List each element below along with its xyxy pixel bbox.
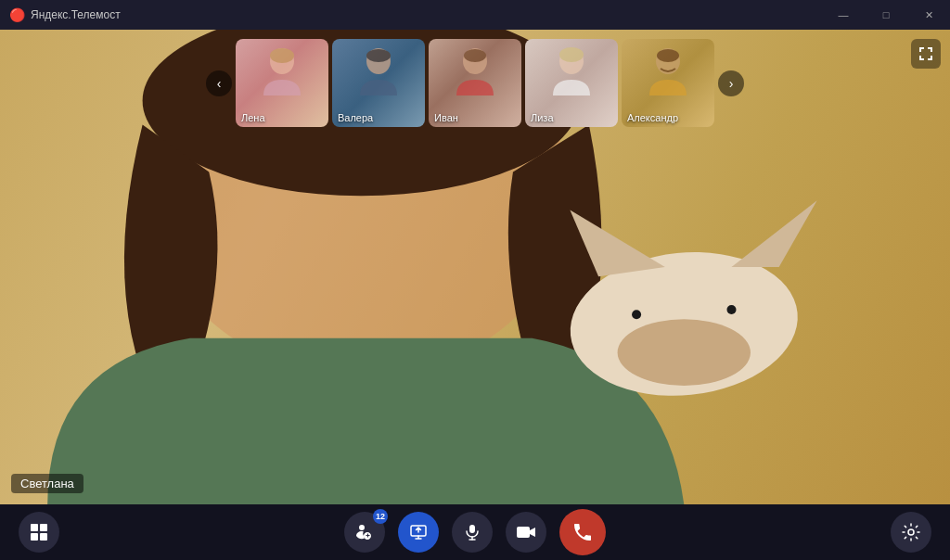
svg-point-3 xyxy=(366,49,391,62)
participant-thumb-1[interactable]: Валера xyxy=(332,39,425,127)
maximize-button[interactable]: □ xyxy=(865,0,907,30)
participant-thumb-0[interactable]: Лена xyxy=(236,39,328,127)
thumbnails-container: ‹ Лена Валера xyxy=(206,39,744,127)
svg-point-9 xyxy=(657,49,679,62)
add-participant-icon xyxy=(355,523,374,541)
svg-point-15 xyxy=(908,529,914,535)
participant-name-1: Валера xyxy=(338,112,373,123)
participant-name-3: Лиза xyxy=(531,112,554,123)
titlebar: 🔴 Яндекс.Телемост — □ ✕ xyxy=(0,0,950,30)
microphone-button[interactable] xyxy=(452,512,493,553)
svg-point-7 xyxy=(559,47,584,62)
svg-point-1 xyxy=(270,48,294,63)
minimize-button[interactable]: — xyxy=(822,0,865,30)
microphone-icon xyxy=(463,523,481,541)
window-controls: — □ ✕ xyxy=(822,0,950,30)
grid-icon xyxy=(31,524,47,541)
controls-bar: 12 xyxy=(0,504,950,560)
thumbnails-prev-button[interactable]: ‹ xyxy=(206,70,232,96)
thumbnails-next-button[interactable]: › xyxy=(718,70,744,96)
close-button[interactable]: ✕ xyxy=(907,0,950,30)
app-icon: 🔴 xyxy=(9,7,25,22)
end-call-button[interactable] xyxy=(559,509,606,555)
participant-name-0: Лена xyxy=(241,112,265,123)
controls-right xyxy=(891,512,931,553)
participants-grid-button[interactable] xyxy=(19,512,59,553)
participant-thumb-2[interactable]: Иван xyxy=(429,39,521,127)
camera-icon xyxy=(516,524,536,541)
settings-icon xyxy=(901,522,921,542)
controls-center: 12 xyxy=(344,509,606,555)
app-logo: 🔴 Яндекс.Телемост xyxy=(9,7,121,22)
settings-button[interactable] xyxy=(891,512,931,553)
svg-point-5 xyxy=(464,49,486,62)
svg-rect-14 xyxy=(517,527,530,538)
speaker-label: Светлана xyxy=(11,474,83,493)
participant-name-4: Александр xyxy=(627,112,678,123)
end-call-icon xyxy=(571,521,594,543)
participant-count-badge: 12 xyxy=(373,509,388,524)
participant-thumb-4[interactable]: Александр xyxy=(622,39,714,127)
camera-button[interactable] xyxy=(506,512,546,553)
participant-thumb-3[interactable]: Лиза xyxy=(525,39,618,127)
controls-left xyxy=(19,512,59,553)
add-participant-button[interactable]: 12 xyxy=(344,512,385,553)
share-screen-button[interactable] xyxy=(398,512,439,553)
participant-name-2: Иван xyxy=(434,112,458,123)
svg-rect-11 xyxy=(469,525,475,533)
share-screen-icon xyxy=(409,523,428,541)
app-title: Яндекс.Телемост xyxy=(31,8,121,21)
expand-button[interactable] xyxy=(911,39,941,69)
